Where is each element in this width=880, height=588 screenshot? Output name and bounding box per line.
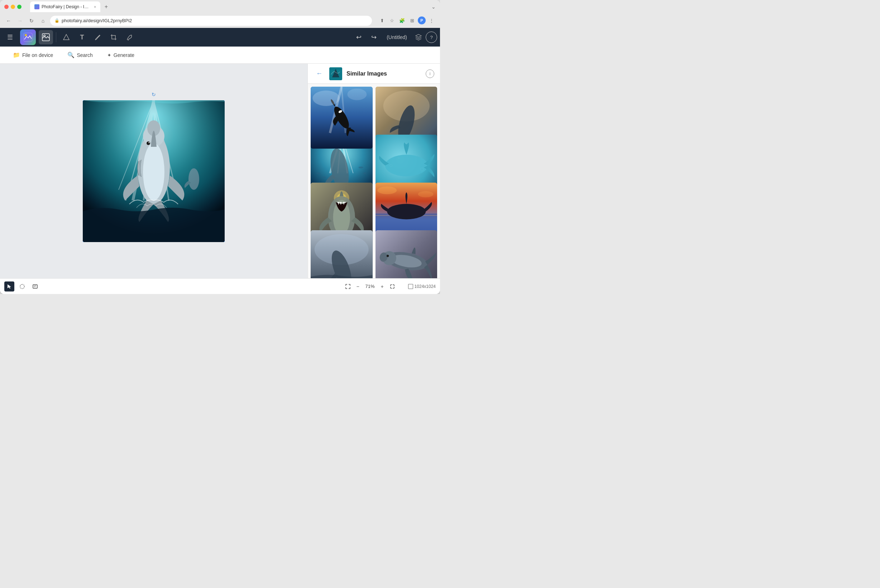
bottom-toolbar: − 71% + 1024x1024: [0, 278, 440, 294]
search-button-label: Search: [77, 52, 92, 58]
more-button[interactable]: ⋮: [427, 16, 436, 25]
share-button[interactable]: ⬆: [378, 16, 386, 25]
tab-close-button[interactable]: ×: [94, 4, 96, 9]
app-container: ☰ T: [0, 28, 440, 294]
address-input[interactable]: 🔒 photofairy.ai/design/IGL2prnyBPi2: [50, 16, 372, 26]
secondary-toolbar: 📁 File on device 🔍 Search ✦ Generate: [0, 46, 440, 64]
folder-icon: 📁: [13, 52, 20, 58]
profile-button[interactable]: P: [418, 16, 426, 24]
right-panel: ← Similar Images i: [308, 64, 440, 278]
new-tab-button[interactable]: +: [102, 3, 110, 11]
shark-artwork: [83, 100, 225, 242]
bookmark-button[interactable]: ☆: [388, 16, 396, 25]
search-icon: 🔍: [68, 52, 75, 58]
svg-rect-0: [24, 33, 32, 42]
panel-info-button[interactable]: i: [426, 69, 434, 78]
zoom-in-button[interactable]: +: [378, 282, 387, 291]
tab-title: PhotoFairy | Design - IGL2prny: [42, 4, 92, 9]
svg-point-26: [312, 91, 339, 106]
back-button[interactable]: ←: [4, 16, 13, 25]
file-button-label: File on device: [22, 52, 53, 58]
help-button[interactable]: ?: [426, 32, 437, 43]
zoom-level: 71%: [364, 284, 377, 289]
svg-rect-67: [33, 285, 37, 288]
browser-actions: ⬆ ☆ 🧩 ⊞ P ⋮: [378, 16, 436, 25]
similar-image-1[interactable]: [311, 87, 372, 148]
svg-point-54: [387, 204, 426, 219]
zoom-fit-button[interactable]: [344, 282, 352, 291]
generate-button[interactable]: ✦ Generate: [101, 50, 140, 60]
main-toolbar: ☰ T: [0, 28, 440, 46]
svg-point-56: [418, 191, 433, 197]
tab-bar: PhotoFairy | Design - IGL2prny × + ⌄: [30, 2, 436, 12]
paint-tool-button[interactable]: [122, 30, 137, 44]
select-tool-button[interactable]: [4, 282, 14, 291]
layout-button[interactable]: ⊞: [408, 16, 416, 25]
panel-header: ← Similar Images i: [308, 64, 440, 84]
svg-point-16: [143, 143, 164, 201]
lock-icon: 🔒: [54, 18, 60, 23]
tab-overflow-button[interactable]: ⌄: [431, 4, 436, 10]
canvas-size-display: 1024x1024: [408, 284, 436, 289]
canvas-wrapper: ↻: [83, 100, 225, 242]
fullscreen-button[interactable]: [388, 282, 396, 291]
image-tool-button[interactable]: [39, 30, 53, 44]
canvas-dimensions: 1024x1024: [414, 284, 436, 289]
zoom-controls: − 71% +: [344, 282, 396, 291]
url-text: photofairy.ai/design/IGL2prnyBPi2: [62, 18, 132, 23]
search-button[interactable]: 🔍 Search: [62, 50, 98, 60]
similar-images-grid: [308, 84, 440, 278]
generate-icon: ✦: [107, 52, 111, 58]
canvas-image[interactable]: [83, 100, 225, 242]
similar-image-8[interactable]: [375, 230, 437, 278]
zoom-out-button[interactable]: −: [354, 282, 362, 291]
redo-button[interactable]: ↪: [366, 30, 381, 44]
svg-point-55: [377, 186, 396, 194]
file-on-device-button[interactable]: 📁 File on device: [7, 50, 59, 60]
canvas-area[interactable]: ↻: [0, 64, 308, 278]
canvas-size-icon: [408, 284, 413, 289]
text-icon: T: [80, 34, 84, 41]
traffic-lights: [4, 4, 21, 9]
svg-point-45: [385, 155, 428, 176]
refresh-button[interactable]: ↻: [27, 16, 36, 25]
toolbar-sep-1: [56, 32, 56, 42]
tab-favicon: [35, 4, 39, 9]
svg-point-17: [147, 141, 150, 145]
svg-point-39: [359, 166, 363, 168]
main-content: ↻ ← Similar Images i: [0, 64, 440, 278]
active-tab[interactable]: PhotoFairy | Design - IGL2prny ×: [30, 2, 100, 12]
panel-thumbnail: [329, 68, 342, 80]
text-tool-button[interactable]: T: [75, 30, 89, 44]
generate-button-label: Generate: [114, 52, 134, 58]
home-button[interactable]: ⌂: [39, 16, 47, 25]
extensions-button[interactable]: 🧩: [398, 16, 406, 25]
rotate-handle[interactable]: ↻: [151, 92, 156, 98]
svg-point-66: [20, 284, 24, 289]
brush-tool-button[interactable]: [91, 30, 105, 44]
maximize-window-button[interactable]: [17, 4, 21, 9]
forward-button[interactable]: →: [16, 16, 24, 25]
panel-title: Similar Images: [347, 70, 421, 77]
minimize-window-button[interactable]: [11, 4, 15, 9]
panel-back-button[interactable]: ←: [314, 68, 325, 80]
layers-button[interactable]: [413, 32, 424, 43]
title-bar: PhotoFairy | Design - IGL2prny × + ⌄: [0, 0, 440, 14]
undo-redo-group: ↩ ↪: [351, 30, 381, 44]
text-select-tool-button[interactable]: [30, 282, 40, 291]
svg-point-27: [347, 88, 366, 100]
app-logo: [20, 29, 36, 45]
menu-button[interactable]: ☰: [3, 30, 17, 44]
svg-point-37: [316, 172, 320, 174]
address-bar: ← → ↻ ⌂ 🔒 photofairy.ai/design/IGL2prnyB…: [0, 14, 440, 28]
lasso-tool-button[interactable]: [17, 282, 27, 291]
close-window-button[interactable]: [4, 4, 9, 9]
svg-point-19: [188, 168, 199, 190]
similar-image-7[interactable]: [311, 230, 372, 278]
svg-point-1: [25, 34, 27, 36]
crop-tool-button[interactable]: [107, 30, 121, 44]
svg-point-38: [323, 177, 326, 178]
document-title: (Untitled): [387, 34, 407, 40]
shapes-tool-button[interactable]: [59, 30, 74, 44]
undo-button[interactable]: ↩: [351, 30, 366, 44]
